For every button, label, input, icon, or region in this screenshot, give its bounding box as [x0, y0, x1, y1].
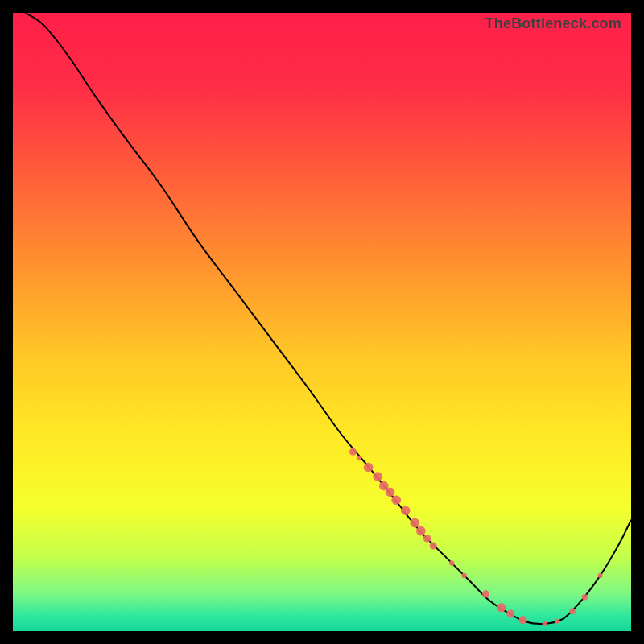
highlight-dot [423, 535, 431, 543]
chart-plot [13, 13, 631, 631]
highlight-dot [497, 603, 506, 612]
highlight-dot [386, 487, 395, 497]
gradient-background [13, 13, 631, 631]
highlight-dot [449, 560, 454, 565]
highlight-dot [349, 448, 357, 456]
highlight-dot [391, 495, 401, 505]
chart-svg [13, 13, 631, 631]
chart-frame: TheBottleneck.com [13, 13, 631, 631]
highlight-dot [542, 621, 547, 626]
highlight-dot [364, 463, 374, 473]
highlight-dot [506, 610, 514, 618]
highlight-dot [410, 518, 419, 528]
highlight-dot [430, 542, 437, 549]
highlight-dot [401, 506, 411, 515]
highlight-dot [461, 573, 466, 578]
highlight-dot [582, 594, 588, 601]
highlight-dot [373, 472, 382, 481]
highlight-dot [519, 616, 527, 624]
highlight-dot [598, 573, 603, 578]
highlight-dot [357, 456, 361, 460]
highlight-dot [555, 619, 559, 624]
attribution-text: TheBottleneck.com [485, 15, 621, 32]
highlight-dot [416, 526, 426, 536]
highlight-dot [482, 590, 489, 597]
highlight-dot [569, 609, 576, 615]
